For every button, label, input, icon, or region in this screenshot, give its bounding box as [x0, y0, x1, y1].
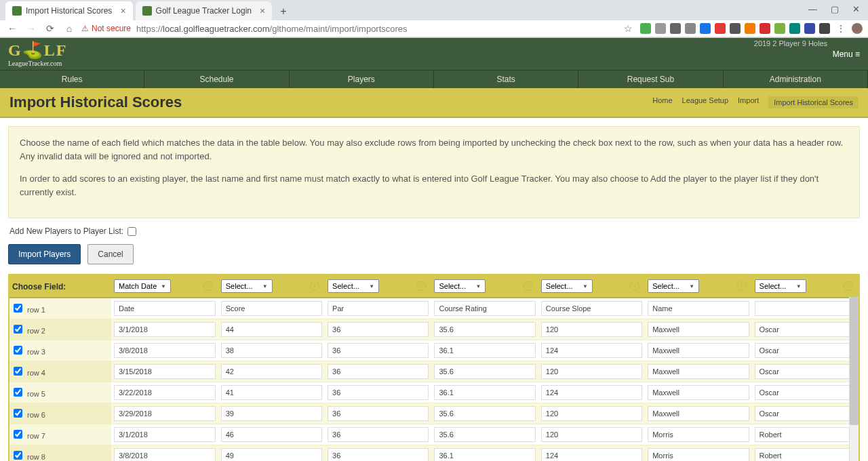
- cell-input[interactable]: [434, 343, 535, 358]
- cell-input[interactable]: [541, 406, 642, 421]
- cell-input[interactable]: [755, 406, 856, 421]
- cell-input[interactable]: [541, 385, 642, 400]
- avatar[interactable]: [852, 23, 863, 34]
- field-select-5[interactable]: Select...▼: [648, 279, 699, 293]
- field-select-1[interactable]: Select...▼: [221, 279, 273, 293]
- extension-icon[interactable]: [745, 23, 755, 34]
- scrollbar[interactable]: [849, 297, 859, 461]
- warning-icon[interactable]: !: [203, 281, 213, 291]
- nav-administration[interactable]: Administration: [724, 71, 868, 88]
- browser-tab-active[interactable]: Import Historical Scores ×: [5, 1, 133, 20]
- cancel-button[interactable]: Cancel: [87, 244, 133, 264]
- cell-input[interactable]: [328, 406, 429, 421]
- warning-icon[interactable]: !: [737, 281, 747, 291]
- crumb-import[interactable]: Import: [738, 96, 759, 108]
- cell-input[interactable]: [114, 364, 216, 379]
- nav-stats[interactable]: Stats: [434, 71, 578, 88]
- cell-input[interactable]: [648, 343, 749, 358]
- cell-input[interactable]: [434, 385, 535, 400]
- import-players-button[interactable]: Import Players: [8, 244, 81, 264]
- extension-icon[interactable]: [685, 23, 696, 34]
- cell-input[interactable]: [221, 406, 322, 421]
- extension-icon[interactable]: [670, 23, 681, 34]
- cell-input[interactable]: [541, 364, 642, 379]
- warning-icon[interactable]: !: [844, 281, 853, 291]
- warning-icon[interactable]: !: [416, 281, 426, 291]
- cell-input[interactable]: [755, 343, 856, 358]
- cell-input[interactable]: [434, 448, 535, 461]
- cell-input[interactable]: [755, 385, 856, 400]
- back-button[interactable]: ←: [5, 23, 19, 34]
- cell-input[interactable]: [114, 448, 216, 461]
- extension-icon[interactable]: [730, 23, 741, 34]
- extension-icon[interactable]: [715, 23, 726, 34]
- cell-input[interactable]: [755, 448, 856, 461]
- star-icon[interactable]: ☆: [621, 23, 635, 34]
- cell-input[interactable]: [648, 322, 749, 337]
- cell-input[interactable]: [755, 427, 856, 442]
- cell-input[interactable]: [648, 406, 749, 421]
- row-include-checkbox[interactable]: [14, 367, 22, 376]
- cell-input[interactable]: [755, 301, 856, 316]
- cell-input[interactable]: [648, 427, 749, 442]
- cell-input[interactable]: [114, 343, 216, 358]
- close-icon[interactable]: ×: [120, 5, 125, 16]
- cell-input[interactable]: [221, 322, 322, 337]
- cell-input[interactable]: [221, 364, 322, 379]
- cell-input[interactable]: [328, 322, 429, 337]
- kebab-menu-icon[interactable]: ⋮: [834, 23, 848, 34]
- extension-icon[interactable]: [789, 23, 800, 34]
- forward-button[interactable]: →: [24, 23, 38, 34]
- cell-input[interactable]: [114, 427, 216, 442]
- cell-input[interactable]: [328, 364, 429, 379]
- cell-input[interactable]: [328, 343, 429, 358]
- field-select-0[interactable]: Match Date▼: [114, 279, 171, 293]
- security-badge[interactable]: ⚠ Not secure: [81, 24, 131, 33]
- cell-input[interactable]: [328, 448, 429, 461]
- warning-icon[interactable]: !: [524, 281, 533, 291]
- nav-players[interactable]: Players: [290, 71, 434, 88]
- close-icon[interactable]: ×: [260, 5, 265, 16]
- new-tab-button[interactable]: +: [275, 3, 292, 20]
- minimize-icon[interactable]: —: [806, 3, 820, 16]
- cell-input[interactable]: [434, 364, 535, 379]
- warning-icon[interactable]: !: [310, 281, 319, 291]
- cell-input[interactable]: [328, 385, 429, 400]
- cell-input[interactable]: [541, 322, 642, 337]
- url-display[interactable]: https://local.golfleaguetracker.com/glth…: [136, 24, 616, 34]
- cell-input[interactable]: [328, 427, 429, 442]
- cell-input[interactable]: [221, 448, 322, 461]
- nav-request-sub[interactable]: Request Sub: [578, 71, 723, 88]
- cell-input[interactable]: [648, 448, 749, 461]
- warning-icon[interactable]: !: [630, 281, 639, 291]
- extension-icon[interactable]: [804, 23, 815, 34]
- row-include-checkbox[interactable]: [14, 388, 22, 397]
- maximize-icon[interactable]: ▢: [828, 3, 842, 16]
- cell-input[interactable]: [114, 322, 216, 337]
- reload-button[interactable]: ⟳: [43, 23, 57, 34]
- cell-input[interactable]: [648, 301, 749, 316]
- cell-input[interactable]: [434, 301, 535, 316]
- scrollbar-thumb[interactable]: [850, 297, 859, 425]
- cell-input[interactable]: [541, 343, 642, 358]
- cell-input[interactable]: [221, 385, 322, 400]
- extension-icon[interactable]: [700, 23, 711, 34]
- nav-schedule[interactable]: Schedule: [144, 71, 289, 88]
- cell-input[interactable]: [434, 406, 535, 421]
- cell-input[interactable]: [648, 385, 749, 400]
- close-window-icon[interactable]: ✕: [850, 3, 863, 16]
- row-include-checkbox[interactable]: [14, 325, 22, 334]
- extension-icon[interactable]: [640, 23, 651, 34]
- row-include-checkbox[interactable]: [14, 304, 22, 313]
- cell-input[interactable]: [114, 406, 216, 421]
- cell-input[interactable]: [755, 322, 856, 337]
- field-select-4[interactable]: Select...▼: [541, 279, 593, 293]
- cell-input[interactable]: [434, 427, 535, 442]
- cell-input[interactable]: [755, 364, 856, 379]
- field-select-2[interactable]: Select...▼: [328, 279, 379, 293]
- row-include-checkbox[interactable]: [14, 451, 22, 460]
- cell-input[interactable]: [221, 427, 322, 442]
- crumb-home[interactable]: Home: [652, 96, 672, 108]
- cell-input[interactable]: [541, 448, 642, 461]
- extension-icon[interactable]: [760, 23, 770, 34]
